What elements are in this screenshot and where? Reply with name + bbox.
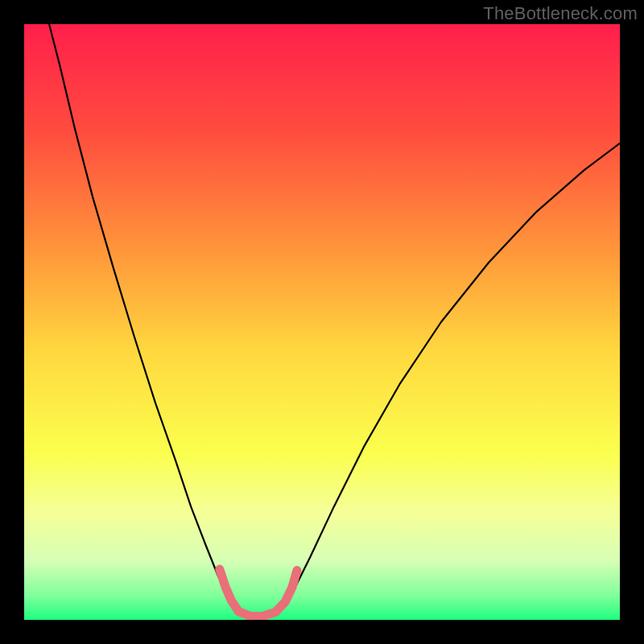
chart-frame: TheBottleneck.com: [0, 0, 644, 644]
chart-svg: [24, 24, 620, 620]
plot-area: [24, 24, 620, 620]
watermark-text: TheBottleneck.com: [483, 3, 638, 24]
